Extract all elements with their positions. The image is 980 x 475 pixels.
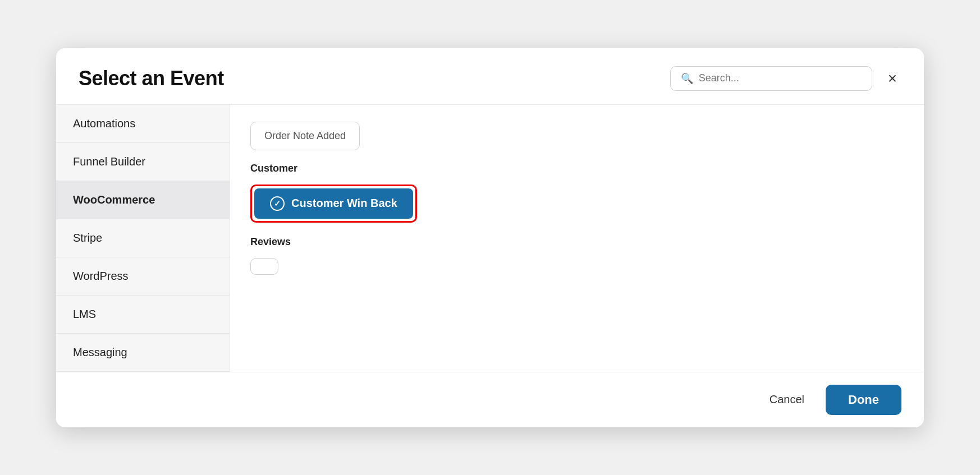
search-icon: 🔍 (681, 72, 693, 85)
sidebar-item-lms[interactable]: LMS (56, 296, 230, 334)
close-button[interactable]: × (883, 68, 901, 89)
done-button[interactable]: Done (826, 385, 901, 415)
header-right: 🔍 × (670, 66, 901, 91)
sidebar-item-messaging[interactable]: Messaging (56, 334, 230, 372)
modal-body: Automations Funnel Builder WooCommerce S… (56, 104, 924, 372)
sidebar-item-funnel-builder[interactable]: Funnel Builder (56, 143, 230, 181)
sidebar-item-stripe[interactable]: Stripe (56, 219, 230, 257)
sidebar-item-automations[interactable]: Automations (56, 105, 230, 143)
customer-win-back-highlight: ✓ Customer Win Back (250, 185, 417, 223)
sidebar-item-woocommerce[interactable]: WooCommerce (56, 181, 230, 219)
reviews-event-button[interactable] (250, 258, 278, 275)
cancel-button[interactable]: Cancel (759, 386, 814, 413)
search-box: 🔍 (670, 66, 872, 91)
customer-section-label: Customer (250, 163, 904, 174)
main-content: Order Note Added Customer ✓ Customer Win… (230, 105, 924, 372)
modal-dialog: Select an Event 🔍 × Automations Funnel B… (56, 48, 924, 427)
sidebar: Automations Funnel Builder WooCommerce S… (56, 105, 230, 372)
order-note-added-button[interactable]: Order Note Added (250, 122, 360, 150)
customer-win-back-button[interactable]: ✓ Customer Win Back (254, 188, 413, 219)
checkmark-icon: ✓ (270, 196, 285, 211)
customer-win-back-label: Customer Win Back (291, 197, 397, 210)
reviews-section-label: Reviews (250, 236, 904, 248)
modal-header: Select an Event 🔍 × (56, 48, 924, 104)
search-input[interactable] (699, 72, 862, 84)
sidebar-item-wordpress[interactable]: WordPress (56, 257, 230, 296)
modal-footer: Cancel Done (56, 372, 924, 427)
modal-title: Select an Event (79, 67, 224, 90)
